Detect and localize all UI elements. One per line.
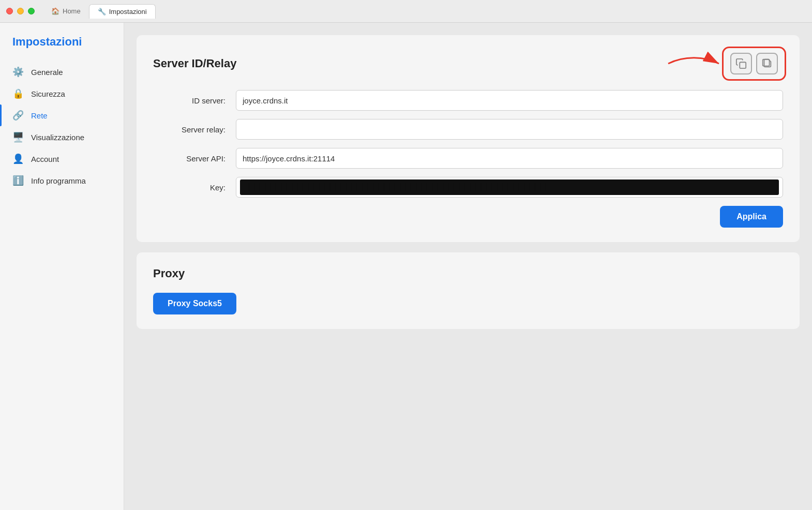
sidebar-label-info: Info programma	[31, 176, 86, 185]
server-id-relay-card: Server ID/Relay	[137, 35, 800, 242]
monitor-icon: 🖥️	[12, 131, 24, 143]
annotation-wrapper	[663, 50, 783, 78]
close-button[interactable]	[6, 8, 13, 14]
proxy-socks5-button[interactable]: Proxy Socks5	[153, 293, 236, 314]
minimize-button[interactable]	[17, 8, 24, 14]
sidebar-label-rete: Rete	[31, 111, 48, 120]
sidebar-item-account[interactable]: 👤 Account	[0, 148, 124, 170]
sidebar-title: Impostazioni	[0, 35, 124, 61]
sidebar-item-rete[interactable]: 🔗 Rete	[0, 104, 124, 126]
form-row-server-relay: Server relay:	[153, 119, 783, 140]
sidebar-item-visualizzazione[interactable]: 🖥️ Visualizzazione	[0, 126, 124, 148]
key-redact-overlay: ████████████████████████████████████████…	[240, 179, 779, 195]
key-redacted-text: ████████████████████████████████████████…	[244, 183, 546, 191]
label-server-api: Server API:	[153, 154, 236, 163]
sidebar-item-generale[interactable]: ⚙️ Generale	[0, 61, 124, 83]
main-layout: Impostazioni ⚙️ Generale 🔒 Sicurezza 🔗 R…	[0, 23, 812, 510]
maximize-button[interactable]	[28, 8, 35, 14]
input-server-api[interactable]	[236, 148, 783, 169]
sidebar-label-generale: Generale	[31, 68, 63, 77]
svg-rect-1	[740, 62, 746, 68]
annotation-arrow-svg	[663, 51, 725, 77]
card-title-proxy: Proxy	[153, 267, 783, 280]
circled-buttons-group	[725, 50, 783, 78]
sidebar-item-info[interactable]: ℹ️ Info programma	[0, 170, 124, 191]
key-field-wrapper: ████████████████████████████████████████…	[236, 177, 783, 198]
apply-button[interactable]: Applica	[720, 206, 783, 228]
label-key: Key:	[153, 183, 236, 192]
person-icon: 👤	[12, 153, 24, 164]
apply-row: Applica	[153, 206, 783, 228]
form-row-id-server: ID server:	[153, 90, 783, 111]
content-area: Server ID/Relay	[124, 23, 812, 510]
traffic-lights	[6, 8, 35, 14]
info-icon: ℹ️	[12, 175, 24, 186]
form-row-key: Key: ███████████████████████████████████…	[153, 177, 783, 198]
home-icon: 🏠	[51, 7, 59, 15]
tab-impostazioni[interactable]: 🔧 Impostazioni	[89, 4, 156, 19]
form-row-server-api: Server API:	[153, 148, 783, 169]
card-title-server: Server ID/Relay	[153, 50, 783, 78]
sidebar-item-sicurezza[interactable]: 🔒 Sicurezza	[0, 83, 124, 104]
input-id-server[interactable]	[236, 90, 783, 111]
input-server-relay[interactable]	[236, 119, 783, 140]
settings-icon: 🔧	[98, 8, 106, 16]
lock-icon: 🔒	[12, 88, 24, 99]
sidebar: Impostazioni ⚙️ Generale 🔒 Sicurezza 🔗 R…	[0, 23, 124, 510]
copy-button-1[interactable]	[730, 53, 752, 74]
proxy-card: Proxy Proxy Socks5	[137, 252, 800, 329]
gear-icon: ⚙️	[12, 66, 24, 78]
link-icon: 🔗	[12, 110, 24, 121]
label-id-server: ID server:	[153, 96, 236, 105]
titlebar: 🏠 Home 🔧 Impostazioni	[0, 0, 812, 23]
copy-button-2[interactable]	[756, 53, 778, 74]
sidebar-label-account: Account	[31, 155, 59, 163]
sidebar-label-sicurezza: Sicurezza	[31, 89, 65, 98]
label-server-relay: Server relay:	[153, 125, 236, 134]
tab-home[interactable]: 🏠 Home	[43, 4, 89, 18]
sidebar-label-visualizzazione: Visualizzazione	[31, 133, 84, 142]
